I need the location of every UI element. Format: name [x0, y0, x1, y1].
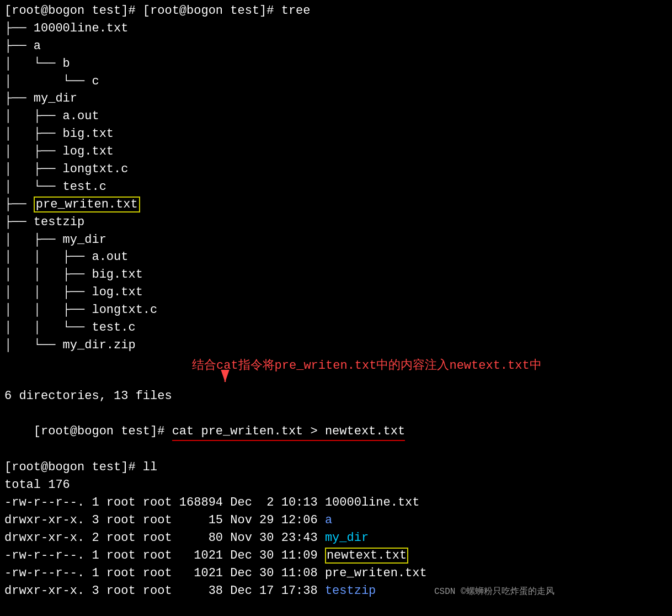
cat-cmd-line: [root@bogon test]# cat pre_writen.txt > … — [4, 405, 668, 459]
tree-line-17: │ └── my_dir.zip — [4, 337, 668, 354]
ls-testzip-name: testzip — [325, 584, 376, 598]
tree-line-8: │ ├── log.txt — [4, 143, 668, 161]
ls-mydir: drwxr-xr-x. 2 root root 80 Nov 30 23:43 … — [4, 529, 668, 547]
terminal-window: [root@bogon test]# [root@bogon test]# tr… — [0, 0, 672, 602]
ls-newtext: -rw-r--r--. 1 root root 1021 Dec 30 11:0… — [4, 547, 668, 565]
prompt: [root@bogon test]# — [4, 4, 143, 18]
newtext-highlight: newtext.txt — [325, 548, 408, 564]
cmd-prompt-line: [root@bogon test]# [root@bogon test]# tr… — [4, 2, 668, 20]
ls-mydir-name: my_dir — [325, 531, 369, 545]
total-line: total 176 — [4, 476, 668, 494]
tree-line-12: │ │ ├── a.out — [4, 248, 668, 266]
tree-line-11: │ ├── my_dir — [4, 231, 668, 249]
ls-pre-writen: -rw-r--r--. 1 root root 1021 Dec 30 11:0… — [4, 565, 668, 582]
tree-line-pre-writen: ├── pre_writen.txt — [4, 196, 668, 214]
tree-line-7: │ ├── big.txt — [4, 125, 668, 143]
summary-line: 6 directories, 13 files — [4, 387, 668, 405]
cat-prompt: [root@bogon test]# — [34, 424, 172, 438]
annotation-container: 结合cat指令将pre_writen.txt中的内容注入newtext.txt中 — [4, 354, 668, 387]
pre-writen-highlight: pre_writen.txt — [34, 197, 140, 213]
tree-line-1: ├── 10000line.txt — [4, 20, 668, 38]
tree-line-testzip: ├── testzip — [4, 214, 668, 231]
tree-line-10: │ └── test.c — [4, 178, 668, 196]
ls-a: drwxr-xr-x. 3 root root 15 Nov 29 12:06 … — [4, 512, 668, 529]
annotation-arrow — [192, 370, 258, 386]
watermark: CSDN ©螺蛳粉只吃炸蛋的走风 — [434, 587, 554, 597]
tree-line-9: │ ├── longtxt.c — [4, 161, 668, 178]
tree-line-14: │ │ ├── log.txt — [4, 284, 668, 301]
ls-testzip: drwxr-xr-x. 3 root root 38 Dec 17 17:38 … — [4, 582, 668, 600]
tree-line-3: │ └── b — [4, 55, 668, 73]
tree-line-6: │ ├── a.out — [4, 108, 668, 125]
tree-line-16: │ │ └── test.c — [4, 319, 668, 337]
cat-cmd: cat pre_writen.txt > newtext.txt — [172, 423, 405, 442]
tree-line-15: │ │ ├── longtxt.c — [4, 301, 668, 319]
tree-line-13: │ │ ├── big.txt — [4, 266, 668, 284]
ls-10000line: -rw-r--r--. 1 root root 168894 Dec 2 10:… — [4, 494, 668, 512]
ls-a-name: a — [325, 513, 332, 527]
tree-line-2: ├── a — [4, 38, 668, 55]
tree-line-4: │ └── c — [4, 73, 668, 91]
ll-prompt: [root@bogon test]# — [4, 460, 143, 474]
tree-line-5: ├── my_dir — [4, 90, 668, 108]
ll-prompt-line: [root@bogon test]# ll — [4, 459, 668, 476]
